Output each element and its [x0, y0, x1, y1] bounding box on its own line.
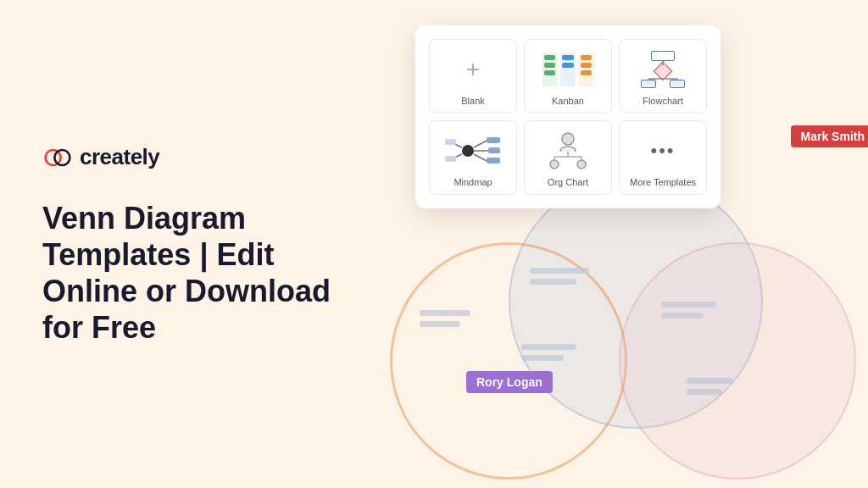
- template-item-orgchart[interactable]: Org Chart: [524, 120, 612, 195]
- template-grid: + Blank: [429, 39, 707, 195]
- svg-rect-17: [445, 156, 456, 162]
- flowchart-lines-svg: [637, 51, 688, 88]
- venn-circle-orange: [390, 242, 627, 480]
- mindmap-icon: [444, 132, 502, 169]
- blank-icon-area: +: [443, 48, 503, 91]
- svg-point-24: [577, 160, 586, 169]
- kanban-icon-area: [538, 48, 598, 91]
- plus-icon: +: [466, 56, 480, 83]
- orgchart-icon: [542, 131, 593, 170]
- venn-circle-pink: [619, 242, 856, 480]
- template-item-flowchart[interactable]: Flowchart: [619, 39, 707, 114]
- venn-lines-center-top: [530, 268, 589, 290]
- template-label-mindmap: Mindmap: [453, 177, 492, 187]
- venn-lines-center-mid: [521, 344, 576, 366]
- template-label-orgchart: Org Chart: [548, 177, 588, 187]
- brand-name: creately: [80, 144, 159, 170]
- page-headline: Venn Diagram Templates | Edit Online or …: [42, 200, 348, 347]
- template-panel: + Blank: [415, 25, 721, 208]
- template-label-more: More Templates: [630, 177, 696, 187]
- template-item-more[interactable]: ••• More Templates: [619, 120, 707, 195]
- left-section: creately Venn Diagram Templates | Edit O…: [0, 108, 390, 380]
- logo-area: creately: [42, 142, 348, 173]
- mindmap-icon-area: [443, 130, 503, 172]
- venn-lines-right: [661, 302, 716, 324]
- ellipsis-icon: •••: [650, 140, 675, 162]
- mark-smith-badge: Mark Smith: [791, 125, 868, 147]
- template-item-blank[interactable]: + Blank: [429, 39, 517, 114]
- svg-rect-13: [487, 158, 500, 164]
- svg-rect-11: [487, 137, 500, 143]
- svg-line-8: [474, 141, 487, 147]
- svg-point-7: [462, 145, 474, 157]
- svg-rect-12: [488, 147, 500, 153]
- venn-lines-left: [420, 310, 470, 332]
- template-label-kanban: Kanban: [552, 96, 584, 106]
- flowchart-icon-area: [633, 48, 693, 91]
- svg-rect-16: [445, 139, 456, 145]
- svg-point-1: [54, 150, 70, 165]
- template-item-kanban[interactable]: Kanban: [524, 39, 612, 114]
- creately-logo-icon: [42, 142, 73, 173]
- svg-point-18: [562, 133, 574, 145]
- kanban-icon: [542, 53, 593, 86]
- flowchart-icon: [637, 51, 688, 88]
- orgchart-icon-area: [538, 130, 598, 172]
- svg-line-10: [474, 154, 487, 161]
- template-item-mindmap[interactable]: Mindmap: [429, 120, 517, 195]
- rory-logan-badge: Rory Logan: [466, 371, 553, 393]
- svg-point-23: [550, 160, 559, 169]
- template-label-blank: Blank: [461, 96, 485, 106]
- template-label-flowchart: Flowchart: [643, 96, 683, 106]
- right-section: + Blank: [390, 0, 868, 488]
- more-icon-area: •••: [633, 130, 693, 172]
- venn-lines-right-bottom: [687, 378, 733, 400]
